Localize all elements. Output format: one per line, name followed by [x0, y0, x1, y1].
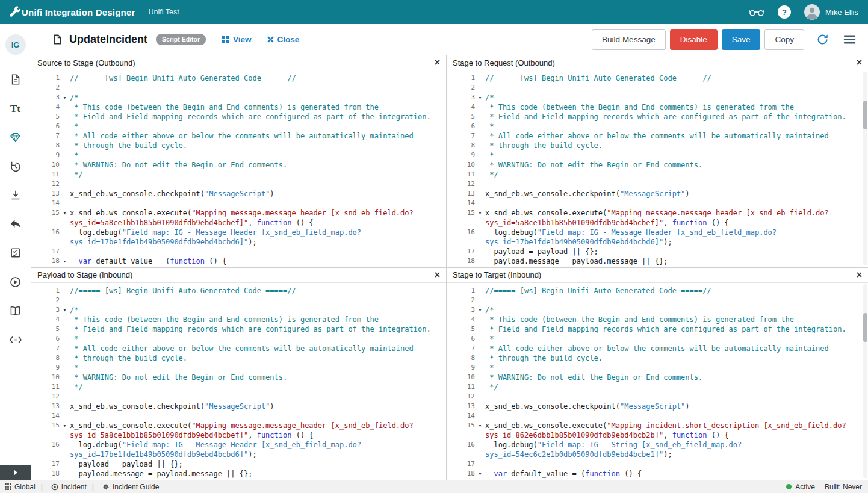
fold-toggle[interactable]: [60, 256, 70, 266]
vertical-scrollbar[interactable]: [863, 284, 867, 479]
menu-button[interactable]: [840, 29, 858, 50]
code-text: *: [485, 150, 494, 160]
view-button[interactable]: View: [222, 35, 252, 44]
fold-toggle[interactable]: [475, 93, 485, 102]
code-token: );: [663, 238, 672, 246]
statusbar-item-incident-guide[interactable]: Incident Guide: [87, 483, 160, 491]
fields-icon[interactable]: [7, 128, 25, 146]
fold-toggle[interactable]: [60, 93, 70, 102]
fold-toggle[interactable]: [475, 208, 485, 218]
line-number: 11: [447, 170, 475, 179]
line-gutter: 15: [447, 208, 485, 218]
panel-close-button[interactable]: [857, 270, 862, 280]
code-token: * This code (between the Begin and End c…: [70, 315, 379, 324]
code-text: payload = payload || {};: [485, 247, 598, 256]
panel-close-button[interactable]: [857, 58, 862, 67]
panel-close-button[interactable]: [435, 58, 440, 67]
fold-toggle[interactable]: [475, 469, 485, 479]
code-editor[interactable]: 1//===== [ws] Begin Unifi Auto Generated…: [447, 70, 868, 267]
code-line: 7 * All code either above or below the c…: [31, 344, 446, 353]
fold-toggle[interactable]: [60, 208, 70, 218]
line-gutter: 5: [447, 112, 485, 122]
scrollbar-thumb[interactable]: [863, 101, 867, 129]
code-editor[interactable]: 1//===== [ws] Begin Unifi Auto Generated…: [31, 70, 446, 267]
docs-icon[interactable]: [7, 302, 25, 320]
code-text: * This code (between the Begin and End c…: [70, 102, 379, 112]
line-gutter: [31, 430, 70, 440]
code-token: ): [270, 402, 274, 411]
code-text: */: [70, 382, 83, 392]
integration-avatar[interactable]: IG: [5, 34, 26, 55]
line-number: 14: [447, 199, 475, 208]
undo-icon[interactable]: [7, 215, 25, 233]
line-number: 2: [447, 83, 475, 93]
scrollbar-thumb[interactable]: [863, 313, 867, 342]
line-number: 14: [31, 411, 60, 421]
close-button[interactable]: Close: [267, 35, 300, 44]
line-gutter: 4: [31, 315, 70, 324]
fold-toggle[interactable]: [60, 421, 70, 430]
code-token: /*: [70, 93, 78, 102]
panel-close-button[interactable]: [435, 270, 440, 280]
code-text: *: [485, 122, 494, 131]
save-button[interactable]: Save: [722, 29, 761, 50]
environment-name[interactable]: Unifi Test: [149, 8, 179, 16]
code-line: 13x_snd_eb.ws_console.checkpoint("Messag…: [447, 402, 868, 411]
code-line: 2: [447, 83, 868, 93]
line-gutter: 9: [447, 150, 485, 160]
statusbar-item-incident[interactable]: Incident: [36, 483, 87, 491]
line-number: 17: [31, 459, 60, 469]
glasses-icon[interactable]: [749, 8, 764, 17]
line-gutter: 11: [447, 170, 485, 179]
line-gutter: 11: [447, 382, 485, 392]
fold-toggle[interactable]: [475, 305, 485, 315]
code-token: * All code either above or below the com…: [485, 344, 829, 353]
build-message-button[interactable]: Build Message: [592, 29, 666, 50]
line-gutter: 13: [447, 402, 485, 411]
fold-spacer: [475, 112, 485, 122]
user-menu[interactable]: Mike Ellis: [804, 4, 858, 20]
code-token: log.debug(: [70, 228, 122, 237]
code-token: ,: [663, 219, 672, 227]
code-line: 14: [447, 199, 868, 208]
line-number: 8: [447, 353, 475, 363]
line-number: 11: [31, 382, 60, 392]
code-line: 4 * This code (between the Begin and End…: [31, 102, 446, 112]
code-token: var: [78, 257, 91, 265]
line-gutter: 10: [447, 373, 485, 382]
line-gutter: 2: [447, 83, 485, 93]
fold-spacer: [60, 296, 70, 305]
code-editor[interactable]: 1//===== [ws] Begin Unifi Auto Generated…: [31, 283, 446, 480]
code-icon[interactable]: [7, 330, 25, 349]
code-text: sys_id=17be1fde1b49b05090dfdb9ebd4bcbd6]…: [70, 237, 257, 247]
code-token: * This code (between the Begin and End c…: [485, 315, 794, 324]
code-token: //===== [ws] Begin Unifi Auto Generated …: [485, 74, 711, 82]
panel-header: Stage to Request (Outbound): [447, 55, 868, 70]
history-icon[interactable]: [7, 157, 25, 175]
line-gutter: 16: [447, 440, 485, 450]
line-gutter: 14: [31, 199, 70, 208]
line-gutter: 7: [31, 344, 70, 353]
sidebar-expand-button[interactable]: [0, 465, 31, 480]
text-format-icon[interactable]: Tt: [7, 99, 25, 117]
statusbar-item-global[interactable]: Global: [5, 483, 36, 491]
download-icon[interactable]: [7, 186, 25, 204]
document-icon[interactable]: [7, 70, 25, 88]
run-icon[interactable]: [7, 273, 25, 291]
disable-button[interactable]: Disable: [670, 29, 718, 50]
copy-button[interactable]: Copy: [764, 29, 804, 50]
panel-title: Source to Stage (Outbound): [37, 58, 135, 67]
fold-toggle[interactable]: [475, 421, 485, 430]
help-button[interactable]: ?: [778, 5, 791, 19]
line-gutter: 12: [447, 392, 485, 402]
line-number: 17: [447, 459, 475, 469]
code-text: */: [485, 382, 498, 392]
tasks-icon[interactable]: [7, 244, 25, 262]
code-line: sys_id=5a8ce1bb1b85b01090dfdb9ebd4bcbef]…: [31, 218, 446, 228]
line-gutter: 3: [31, 305, 70, 315]
vertical-scrollbar[interactable]: [863, 72, 867, 265]
fold-toggle[interactable]: [60, 305, 70, 315]
code-editor[interactable]: 1//===== [ws] Begin Unifi Auto Generated…: [447, 283, 868, 480]
code-text: * This code (between the Begin and End c…: [485, 315, 794, 324]
refresh-button[interactable]: [813, 29, 831, 50]
